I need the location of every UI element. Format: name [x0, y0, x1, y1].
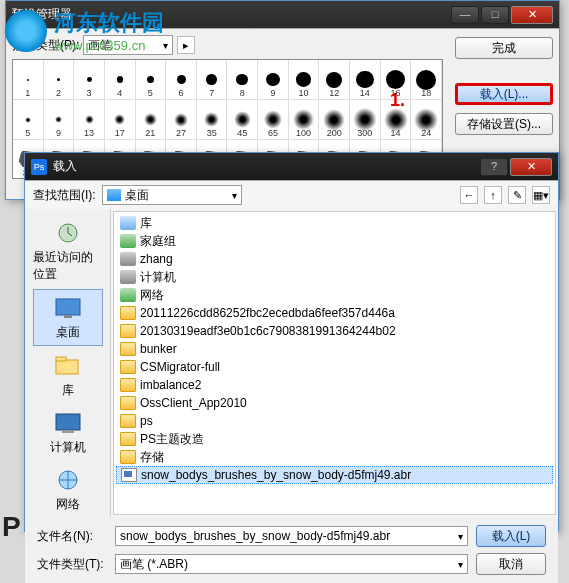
- brush-cell[interactable]: 21: [136, 100, 167, 140]
- file-row[interactable]: 网络: [116, 286, 553, 304]
- brush-size-label: 45: [237, 128, 247, 138]
- file-row[interactable]: 计算机: [116, 268, 553, 286]
- file-name: ps: [140, 414, 153, 428]
- sidebar-desktop[interactable]: 桌面: [33, 289, 103, 346]
- brush-cell[interactable]: 13: [74, 100, 105, 140]
- done-button[interactable]: 完成: [455, 37, 553, 59]
- brush-cell[interactable]: 17: [105, 100, 136, 140]
- brush-cell[interactable]: 6: [166, 60, 197, 100]
- brush-size-label: 7: [209, 88, 214, 98]
- net-icon: [120, 234, 136, 248]
- load-dialog-window: Ps 载入 ? ✕ 查找范围(I): 桌面 ← ↑ ✎ ▦▾ 最近访问的位置: [24, 152, 559, 532]
- brush-cell[interactable]: 8: [227, 60, 258, 100]
- new-folder-icon[interactable]: ✎: [508, 186, 526, 204]
- help-button[interactable]: ?: [480, 158, 508, 176]
- maximize-button[interactable]: □: [481, 6, 509, 24]
- file-row[interactable]: imbalance2: [116, 376, 553, 394]
- look-in-value: 桌面: [125, 187, 149, 204]
- up-icon[interactable]: ↑: [484, 186, 502, 204]
- file-row[interactable]: 20111226cdd86252fbc2ecedbda6feef357d446a: [116, 304, 553, 322]
- brush-cell[interactable]: 5: [136, 60, 167, 100]
- preset-type-label: 预设类型(P):: [12, 37, 79, 54]
- file-name: PS主题改造: [140, 431, 204, 448]
- brush-cell[interactable]: 9: [258, 60, 289, 100]
- brush-preview: [114, 114, 125, 125]
- minimize-button[interactable]: —: [451, 6, 479, 24]
- file-row[interactable]: 20130319eadf3e0b1c6c7908381991364244b02: [116, 322, 553, 340]
- file-row[interactable]: ps: [116, 412, 553, 430]
- file-row[interactable]: OssClient_App2010: [116, 394, 553, 412]
- file-row[interactable]: zhang: [116, 250, 553, 268]
- brush-cell[interactable]: 7: [197, 60, 228, 100]
- places-sidebar: 最近访问的位置 桌面 库 计算机 网络: [25, 209, 111, 517]
- look-in-combo[interactable]: 桌面: [102, 185, 242, 205]
- file-list[interactable]: 库家庭组zhang计算机网络20111226cdd86252fbc2ecedbd…: [113, 211, 556, 515]
- filetype-label: 文件类型(T):: [37, 556, 107, 573]
- sidebar-libraries[interactable]: 库: [33, 348, 103, 403]
- brush-cell[interactable]: 4: [105, 60, 136, 100]
- comp-icon: [120, 252, 136, 266]
- preset-type-combo[interactable]: 画笔: [83, 35, 173, 55]
- filetype-combo[interactable]: 画笔 (*.ABR): [115, 554, 468, 574]
- close-button[interactable]: ✕: [511, 6, 553, 24]
- filename-input[interactable]: snow_bodys_brushes_by_snow_body-d5fmj49.…: [115, 526, 468, 546]
- save-set-button[interactable]: 存储设置(S)...: [455, 113, 553, 135]
- svg-rect-4: [56, 357, 66, 361]
- done-label: 完成: [492, 40, 516, 57]
- brush-preview: [177, 75, 186, 84]
- cancel-label: 取消: [499, 556, 523, 573]
- brush-preview: [236, 74, 248, 86]
- file-row[interactable]: 库: [116, 214, 553, 232]
- save-set-label: 存储设置(S)...: [467, 116, 541, 133]
- brush-cell[interactable]: 65: [258, 100, 289, 140]
- brush-size-label: 1: [25, 88, 30, 98]
- brush-size-label: 200: [327, 128, 342, 138]
- brush-size-label: 24: [421, 128, 431, 138]
- cancel-button[interactable]: 取消: [476, 553, 546, 575]
- load-button[interactable]: 载入(L)...: [455, 83, 553, 105]
- brush-cell[interactable]: 24: [411, 100, 442, 140]
- brush-cell[interactable]: 3: [74, 60, 105, 100]
- brush-cell[interactable]: 35: [197, 100, 228, 140]
- sidebar-recent[interactable]: 最近访问的位置: [33, 215, 103, 287]
- network-icon: [52, 466, 84, 494]
- dialog-load-button[interactable]: 载入(L): [476, 525, 546, 547]
- file-row[interactable]: bunker: [116, 340, 553, 358]
- file-row[interactable]: 家庭组: [116, 232, 553, 250]
- file-name: 库: [140, 215, 152, 232]
- brush-cell[interactable]: 45: [227, 100, 258, 140]
- brush-cell[interactable]: 12: [319, 60, 350, 100]
- abr-icon: [121, 468, 137, 482]
- brush-preview: [206, 74, 216, 84]
- back-icon[interactable]: ←: [460, 186, 478, 204]
- brush-size-label: 100: [296, 128, 311, 138]
- brush-preview: [144, 113, 156, 125]
- titlebar[interactable]: Ps 载入 ? ✕: [25, 153, 558, 181]
- close-button[interactable]: ✕: [510, 158, 552, 176]
- brush-cell[interactable]: 200: [319, 100, 350, 140]
- file-row[interactable]: snow_bodys_brushes_by_snow_body-d5fmj49.…: [116, 466, 553, 484]
- sidebar-computer[interactable]: 计算机: [33, 405, 103, 460]
- brush-cell[interactable]: 5: [13, 100, 44, 140]
- file-row[interactable]: CSMigrator-full: [116, 358, 553, 376]
- sidebar-network[interactable]: 网络: [33, 462, 103, 517]
- brush-cell[interactable]: 14: [350, 60, 381, 100]
- brush-cell[interactable]: 2: [44, 60, 75, 100]
- brush-cell[interactable]: 27: [166, 100, 197, 140]
- file-row[interactable]: PS主题改造: [116, 430, 553, 448]
- background-letter: P: [2, 511, 21, 543]
- titlebar[interactable]: 预设管理器 — □ ✕: [6, 1, 559, 29]
- brush-cell[interactable]: 18: [411, 60, 442, 100]
- brush-cell[interactable]: 10: [289, 60, 320, 100]
- folder-icon: [120, 414, 136, 428]
- brush-cell[interactable]: 100: [289, 100, 320, 140]
- view-menu-icon[interactable]: ▦▾: [532, 186, 550, 204]
- libraries-icon: [52, 352, 84, 380]
- flyout-menu-icon[interactable]: ▸: [177, 36, 195, 54]
- brush-cell[interactable]: 1: [13, 60, 44, 100]
- dialog-toolbar: 查找范围(I): 桌面 ← ↑ ✎ ▦▾: [25, 181, 558, 209]
- file-row[interactable]: 存储: [116, 448, 553, 466]
- brush-preview: [55, 116, 63, 124]
- brush-cell[interactable]: 9: [44, 100, 75, 140]
- brush-cell[interactable]: 300: [350, 100, 381, 140]
